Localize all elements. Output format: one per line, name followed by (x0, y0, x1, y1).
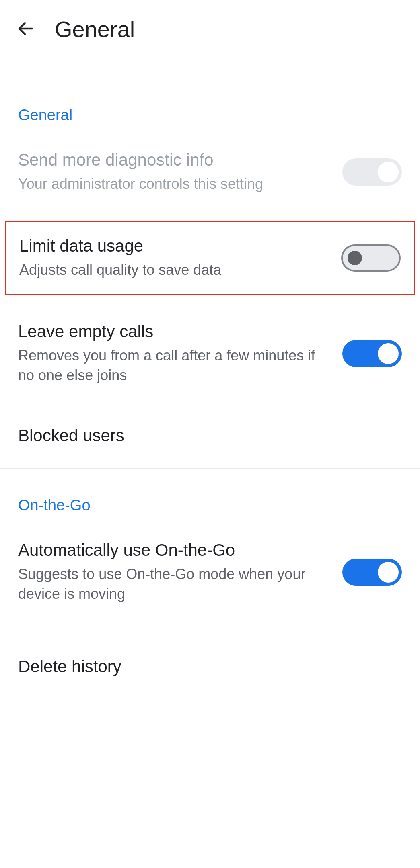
section-header-on-the-go: On-the-Go (0, 481, 420, 526)
toggle-leave-empty[interactable] (342, 340, 402, 367)
back-icon[interactable] (16, 19, 35, 40)
setting-title: Delete history (18, 657, 402, 676)
setting-description: Adjusts call quality to save data (19, 260, 329, 280)
setting-title: Leave empty calls (18, 322, 330, 341)
app-header: General (0, 0, 420, 58)
setting-delete-history[interactable]: Delete history (0, 643, 420, 691)
toggle-auto-on-the-go[interactable] (342, 559, 402, 586)
section-header-general: General (0, 90, 420, 136)
setting-auto-on-the-go[interactable]: Automatically use On-the-Go Suggests to … (0, 526, 420, 618)
setting-description: Removes you from a call after a few minu… (18, 346, 330, 385)
setting-title: Limit data usage (19, 236, 329, 256)
setting-leave-empty-calls[interactable]: Leave empty calls Removes you from a cal… (0, 307, 420, 399)
highlight-limit-data: Limit data usage Adjusts call quality to… (5, 221, 415, 296)
setting-limit-data[interactable]: Limit data usage Adjusts call quality to… (6, 222, 414, 295)
toggle-diagnostic (342, 158, 402, 186)
setting-title: Send more diagnostic info (18, 150, 330, 170)
page-title: General (55, 16, 135, 42)
setting-description: Suggests to use On-the-Go mode when your… (18, 565, 330, 604)
setting-title: Automatically use On-the-Go (18, 540, 330, 560)
setting-title: Blocked users (18, 426, 402, 445)
toggle-limit-data[interactable] (341, 244, 401, 272)
setting-description: Your administrator controls this setting (18, 174, 330, 194)
setting-diagnostic-info: Send more diagnostic info Your administr… (0, 136, 420, 209)
setting-blocked-users[interactable]: Blocked users (0, 411, 420, 460)
